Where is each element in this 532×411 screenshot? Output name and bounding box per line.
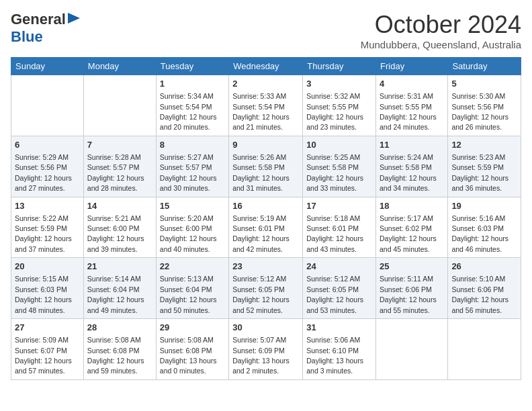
sunset-text: Sunset: 6:05 PM (306, 285, 359, 293)
calendar-cell: 11Sunrise: 5:24 AMSunset: 5:58 PMDayligh… (376, 136, 448, 197)
day-number: 27 (15, 322, 80, 334)
daylight-text: Daylight: 12 hours and 24 minutes. (380, 113, 437, 131)
sunset-text: Sunset: 6:04 PM (87, 285, 140, 293)
sunrise-text: Sunrise: 5:21 AM (87, 214, 141, 222)
day-number: 13 (15, 200, 80, 212)
sunrise-text: Sunrise: 5:27 AM (160, 153, 214, 161)
sunset-text: Sunset: 5:58 PM (380, 163, 432, 171)
daylight-text: Daylight: 12 hours and 56 minutes. (451, 295, 508, 314)
logo: General Blue (11, 11, 80, 46)
sunset-text: Sunset: 5:57 PM (160, 163, 212, 171)
location-subtitle: Mundubbera, Queensland, Australia (361, 39, 521, 50)
sunset-text: Sunset: 6:06 PM (380, 285, 432, 293)
calendar-week-row: 27Sunrise: 5:09 AMSunset: 6:07 PMDayligh… (11, 319, 521, 380)
day-number: 19 (451, 200, 517, 212)
calendar-cell (83, 75, 156, 136)
day-number: 7 (87, 139, 152, 151)
logo-text-general: General (11, 11, 66, 28)
month-title: October 2024 (361, 11, 521, 39)
day-number: 1 (160, 78, 225, 90)
daylight-text: Daylight: 12 hours and 55 minutes. (380, 295, 437, 314)
day-number: 22 (160, 261, 225, 273)
calendar-week-row: 13Sunrise: 5:22 AMSunset: 5:59 PMDayligh… (11, 197, 521, 258)
sunrise-text: Sunrise: 5:24 AM (380, 153, 433, 161)
day-number: 16 (232, 200, 299, 212)
calendar-cell (376, 319, 448, 380)
sunrise-text: Sunrise: 5:07 AM (232, 336, 286, 344)
daylight-text: Daylight: 12 hours and 57 minutes. (15, 357, 72, 375)
sunset-text: Sunset: 6:02 PM (380, 224, 432, 232)
calendar-week-row: 20Sunrise: 5:15 AMSunset: 6:03 PMDayligh… (11, 258, 521, 319)
calendar-cell: 15Sunrise: 5:20 AMSunset: 6:00 PMDayligh… (156, 197, 228, 258)
sunset-text: Sunset: 5:58 PM (306, 163, 359, 171)
day-number: 21 (87, 261, 152, 273)
day-number: 6 (15, 139, 80, 151)
sunset-text: Sunset: 5:57 PM (87, 163, 140, 171)
day-number: 15 (160, 200, 225, 212)
sunrise-text: Sunrise: 5:12 AM (232, 275, 286, 283)
sunset-text: Sunset: 6:03 PM (451, 224, 504, 232)
daylight-text: Daylight: 12 hours and 48 minutes. (15, 295, 72, 314)
sunset-text: Sunset: 6:09 PM (232, 347, 285, 355)
sunrise-text: Sunrise: 5:10 AM (451, 275, 505, 283)
calendar-cell: 6Sunrise: 5:29 AMSunset: 5:56 PMDaylight… (11, 136, 84, 197)
sunrise-text: Sunrise: 5:11 AM (380, 275, 433, 283)
daylight-text: Daylight: 12 hours and 21 minutes. (232, 113, 290, 131)
calendar-cell: 2Sunrise: 5:33 AMSunset: 5:54 PMDaylight… (229, 75, 303, 136)
day-number: 20 (15, 261, 80, 273)
daylight-text: Daylight: 12 hours and 31 minutes. (232, 174, 290, 192)
day-number: 12 (451, 139, 517, 151)
sunrise-text: Sunrise: 5:22 AM (15, 214, 69, 222)
weekday-header-sunday: Sunday (11, 58, 84, 75)
sunrise-text: Sunrise: 5:29 AM (15, 153, 69, 161)
daylight-text: Daylight: 12 hours and 23 minutes. (306, 113, 363, 131)
daylight-text: Daylight: 12 hours and 52 minutes. (232, 295, 290, 314)
calendar-cell: 9Sunrise: 5:26 AMSunset: 5:58 PMDaylight… (229, 136, 303, 197)
sunset-text: Sunset: 5:56 PM (15, 163, 67, 171)
daylight-text: Daylight: 12 hours and 45 minutes. (380, 234, 437, 253)
weekday-header-friday: Friday (376, 58, 448, 75)
daylight-text: Daylight: 12 hours and 33 minutes. (306, 174, 363, 192)
calendar-cell: 28Sunrise: 5:08 AMSunset: 6:08 PMDayligh… (83, 319, 156, 380)
day-number: 30 (232, 322, 299, 334)
sunset-text: Sunset: 5:56 PM (451, 103, 504, 111)
day-number: 4 (380, 78, 444, 90)
sunrise-text: Sunrise: 5:14 AM (87, 275, 141, 283)
sunrise-text: Sunrise: 5:28 AM (87, 153, 141, 161)
sunrise-text: Sunrise: 5:33 AM (232, 92, 286, 100)
sunset-text: Sunset: 5:59 PM (15, 224, 67, 232)
calendar-cell: 27Sunrise: 5:09 AMSunset: 6:07 PMDayligh… (11, 319, 84, 380)
sunrise-text: Sunrise: 5:12 AM (306, 275, 360, 283)
daylight-text: Daylight: 13 hours and 3 minutes. (306, 357, 363, 375)
calendar-cell: 4Sunrise: 5:31 AMSunset: 5:55 PMDaylight… (376, 75, 448, 136)
weekday-header-wednesday: Wednesday (229, 58, 303, 75)
calendar-cell: 30Sunrise: 5:07 AMSunset: 6:09 PMDayligh… (229, 319, 303, 380)
sunset-text: Sunset: 6:01 PM (306, 224, 359, 232)
sunrise-text: Sunrise: 5:17 AM (380, 214, 433, 222)
day-number: 5 (451, 78, 517, 90)
daylight-text: Daylight: 13 hours and 2 minutes. (232, 357, 290, 375)
day-number: 25 (380, 261, 444, 273)
calendar-cell: 5Sunrise: 5:30 AMSunset: 5:56 PMDaylight… (448, 75, 521, 136)
calendar-cell: 1Sunrise: 5:34 AMSunset: 5:54 PMDaylight… (156, 75, 228, 136)
sunset-text: Sunset: 6:04 PM (160, 285, 212, 293)
calendar-cell: 25Sunrise: 5:11 AMSunset: 6:06 PMDayligh… (376, 258, 448, 319)
calendar-cell: 18Sunrise: 5:17 AMSunset: 6:02 PMDayligh… (376, 197, 448, 258)
sunrise-text: Sunrise: 5:31 AM (380, 92, 433, 100)
sunset-text: Sunset: 5:55 PM (306, 103, 359, 111)
sunset-text: Sunset: 5:55 PM (380, 103, 432, 111)
calendar-cell: 23Sunrise: 5:12 AMSunset: 6:05 PMDayligh… (229, 258, 303, 319)
calendar-cell (11, 75, 84, 136)
day-number: 18 (380, 200, 444, 212)
sunset-text: Sunset: 6:03 PM (15, 285, 67, 293)
sunrise-text: Sunrise: 5:32 AM (306, 92, 360, 100)
daylight-text: Daylight: 12 hours and 53 minutes. (306, 295, 363, 314)
sunset-text: Sunset: 6:05 PM (232, 285, 285, 293)
sunrise-text: Sunrise: 5:16 AM (451, 214, 505, 222)
weekday-header-monday: Monday (83, 58, 156, 75)
calendar-cell: 17Sunrise: 5:18 AMSunset: 6:01 PMDayligh… (303, 197, 376, 258)
day-number: 3 (306, 78, 372, 90)
daylight-text: Daylight: 12 hours and 20 minutes. (160, 113, 217, 131)
weekday-header-tuesday: Tuesday (156, 58, 228, 75)
sunrise-text: Sunrise: 5:18 AM (306, 214, 360, 222)
